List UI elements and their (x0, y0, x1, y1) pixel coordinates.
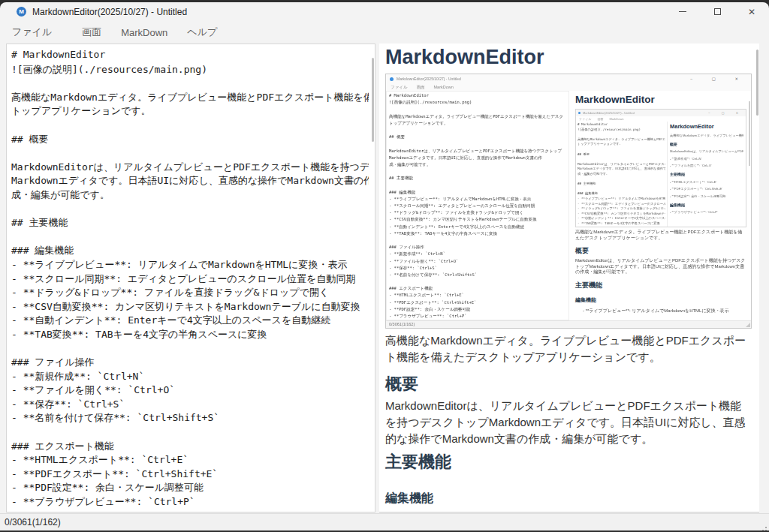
nested-preview-title: MarkdownEditor (670, 123, 743, 130)
nested-preview-line: 主要機能 (670, 172, 743, 176)
mini-preview-overview-heading: 概要 (575, 246, 746, 256)
nested-menu-bar: ファイル 画面 MarkDown (576, 116, 746, 122)
mini-editor-pane: # MarkdownEditor![画像の説明](./resources/mai… (386, 91, 569, 320)
mini-editor-line (389, 107, 566, 113)
mini-editor-line: MarkdownEditorは、リアルタイムプレビューとPDFエクスポート機能を… (389, 149, 566, 155)
mini-editor-line: ## 主要機能 (389, 176, 566, 182)
nested-menu-item: ファイル (579, 117, 591, 121)
editor-line: - **名前を付けて保存**: `Ctrl+Shift+S` (11, 411, 369, 425)
editor-line: - **自動インデント**: Enterキーで4文字以上のスペースを自動継続 (11, 314, 369, 328)
menu-item-view[interactable]: 画面 (82, 23, 101, 42)
editor-line: 高機能なMarkdownエディタ。ライブプレビュー機能とPDFエクスポート機能を… (11, 91, 369, 105)
nested-editor-line: 成・編集が可能です。 (578, 172, 665, 177)
editor-line: - **PDF設定**: 余白・スケール調整可能 (11, 481, 369, 495)
editor-line (11, 203, 369, 217)
preview-features-heading: 主要機能 (385, 453, 752, 471)
mini-window-body: # MarkdownEditor![画像の説明](./resources/mai… (386, 91, 751, 320)
nested-preview-line: 高機能なMarkdownエディタ。ライブプレビュー機能とPDFエクスポート機能を… (670, 134, 743, 137)
mini-editor-line (389, 238, 566, 245)
menu-item-file[interactable]: ファイル (12, 23, 52, 42)
nested-menu-item: MarkDown (609, 117, 623, 121)
mini-preview-overview-text: MarkdownEditorは、リアルタイムプレビューとPDFエクスポート機能を… (575, 258, 746, 275)
nested-preview-line: MarkdownEditorは、リアルタイムプレビューとPDFエクスポート機能を… (670, 149, 743, 153)
editor-line (11, 119, 369, 133)
editor-text[interactable]: # MarkdownEditor![画像の説明](./resources/mai… (7, 44, 375, 509)
nested-editor-line: MarkdownEditorは、リアルタイムプレビューとPDFエクスポート機能を… (578, 162, 665, 167)
nested-editor-line: ## 概要 (578, 152, 665, 158)
mini-editor-line: Markdownエディタです。日本語UIに対応し、直感的な操作でMarkdown… (389, 155, 566, 162)
editor-line (11, 425, 369, 440)
mini-editor-line: - **スクロール同期**: エディタとプレビューのスクロール位置を自動同期 (389, 203, 566, 210)
nested-editor-line: - **スクロール同期**: エディタとプレビューのスクロール位置を自動同期 (578, 202, 665, 207)
mini-preview-title: MarkdownEditor (575, 94, 746, 105)
nested-preview-line: 編集機能 (670, 203, 743, 207)
app-icon: M (17, 7, 26, 17)
nested-editor-line (578, 226, 665, 227)
mini-editor-line: - **TAB変換**: TABキーを4文字の半角スペースに変換 (389, 231, 566, 238)
nested-preview-line: - **HTMLエクスポート**: `Ctrl+E` (670, 180, 743, 184)
editor-line: - **ブラウザプレビュー**: `Ctrl+P` (11, 495, 369, 509)
window-resize-grip-icon (765, 527, 767, 528)
nested-preview-line: - **PDF設定**: 余白・スケール調整可能 (670, 194, 743, 198)
editor-line: ## 主要機能 (11, 216, 369, 230)
mini-editor-line: 成・編集が可能です。 (389, 162, 566, 169)
nested-editor-line (578, 187, 665, 192)
preview-overview-heading: 概要 (385, 375, 752, 393)
nested-editor-line (578, 132, 665, 137)
nested-menu-item: 画面 (597, 117, 603, 121)
mini-preview-scrollbar (749, 101, 750, 166)
close-button[interactable]: ✕ (734, 2, 769, 21)
nested-editor-line: トップアプリケーションです。 (578, 142, 665, 147)
editor-scrollbar[interactable] (372, 58, 374, 142)
mini-editor-line: - **PDF設定**: 余白・スケール調整可能 (389, 307, 566, 314)
maximize-icon (714, 8, 721, 15)
nested-editor-line: - **自動インデント**: Enterキーで4文字以上のスペースを自動継続 (578, 216, 665, 221)
editor-line (11, 146, 369, 161)
nested-editor-line: - **CSV自動変換**: カンマ区切りテキストをMarkdownテーブルに自… (578, 212, 665, 217)
mini-editor-line: - **PDFエクスポート**: `Ctrl+Shift+E` (389, 300, 566, 307)
preview-pane[interactable]: MarkdownEditor MarkdownEditor(2025/10/27… (379, 44, 759, 512)
editor-line: - **保存**: `Ctrl+S` (11, 398, 369, 412)
mini-editor-line (389, 169, 566, 176)
editor-line: - **ライブプレビュー**: リアルタイムでMarkdownをHTMLに変換・… (11, 258, 369, 272)
minimize-button[interactable] (665, 2, 700, 21)
nested-preview-line: - **新規作成**: `Ctrl+N` (670, 157, 743, 161)
nested-editor-line: Markdownエディタです。日本語UIに対応し、直感的な操作でMarkdown… (578, 167, 665, 172)
editor-line: MarkdownEditorは、リアルタイムプレビューとPDFエクスポート機能を… (11, 161, 369, 175)
mini-editor-line: - **ブラウザプレビュー**: `Ctrl+P` (389, 314, 566, 320)
preview-editing-heading: 編集機能 (385, 491, 752, 505)
editor-line: ![画像の説明](./resources/main.png) (11, 63, 369, 77)
nested-preview-line: - **ブラウザプレビュー**: `Ctrl+P` (670, 210, 743, 214)
editor-line: - **スクロール同期**: エディタとプレビューのスクロール位置を自動同期 (11, 272, 369, 287)
nested-window-body: # MarkdownEditor![画像の説明](./resources/mai… (576, 122, 746, 227)
editor-line: - **TAB変換**: TABキーを4文字の半角スペースに変換 (11, 328, 369, 342)
mini-editor-line: - **HTMLエクスポート**: `Ctrl+E` (389, 293, 566, 299)
nested-editor-line: - **ドラッグ&ドロップ**: ファイルを直接ドラッグ&ドロップで開く (578, 206, 665, 212)
menu-item-markdown[interactable]: MarkDown (121, 24, 167, 41)
markdown-editor-pane[interactable]: # MarkdownEditor![画像の説明](./resources/mai… (6, 44, 375, 512)
menu-item-help[interactable]: ヘルプ (187, 23, 217, 42)
nested-app-icon (578, 112, 581, 114)
embedded-screenshot-image: MarkdownEditor(2025/10/27) - Untitled − … (385, 74, 752, 329)
mini-status-bar: 0/3061(1/162) (386, 320, 751, 328)
editor-line: - **ドラッグ&ドロップ**: ファイルを直接ドラッグ&ドロップで開く (11, 286, 369, 300)
mini-preview-features-heading: 主要機能 (575, 281, 746, 290)
nested-editor-line: - **TAB変換**: TABキーを4文字の半角スペースに変換 (578, 221, 665, 227)
nested-editor-line (578, 177, 665, 182)
status-bar: 0/3061(1/162) (0, 513, 769, 530)
window-controls: ✕ (665, 2, 769, 21)
preview-scrollbar[interactable] (756, 50, 758, 116)
mini-preview-bullet: - **ライブプレビュー**: リアルタイムでMarkdownをHTMLに変換・… (583, 308, 746, 314)
maximize-button[interactable] (700, 2, 734, 21)
editor-line (11, 77, 369, 91)
editor-line: - **PDFエクスポート**: `Ctrl+Shift+E` (11, 467, 369, 482)
mini-editor-line: # MarkdownEditor (389, 93, 566, 100)
nested-editor-pane: # MarkdownEditor![画像の説明](./resources/mai… (576, 122, 668, 227)
mini-preview-intro: 高機能なMarkdownエディタ。ライブプレビュー機能とPDFエクスポート機能を… (575, 230, 746, 241)
mini-editor-line: - **CSV自動変換**: カンマ区切りテキストをMarkdownテーブルに自… (389, 217, 566, 224)
mini-menu-item: MarkDown (434, 85, 454, 89)
resize-grip-icon (746, 323, 750, 327)
mini-editor-line: - **ファイルを開く**: `Ctrl+O` (389, 259, 566, 266)
nested-preview-pane: MarkdownEditor 高機能なMarkdownエディタ。ライブプレビュー… (668, 122, 746, 227)
nested-window-title: MarkdownEditor(2025/10/27) - Untitled (583, 111, 635, 115)
